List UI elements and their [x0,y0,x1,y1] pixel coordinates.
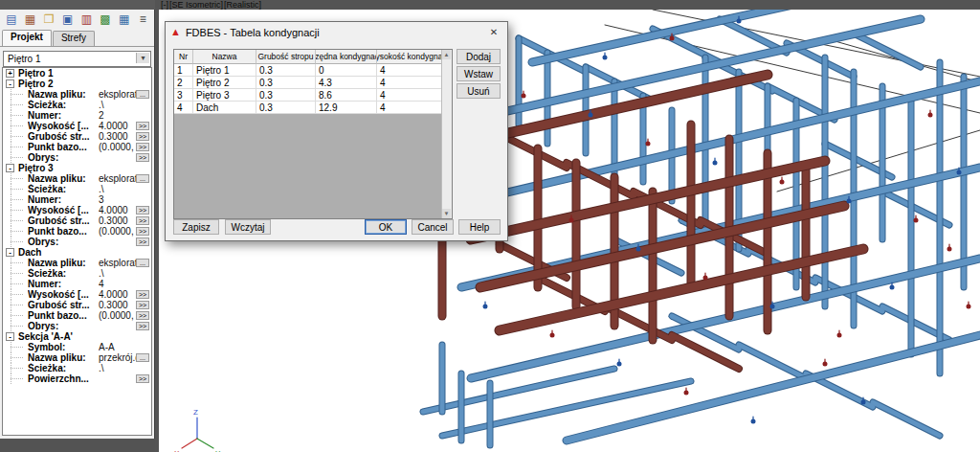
list-icon[interactable]: ≡ [134,11,151,29]
table-row[interactable]: 2Piętro 20.34.34 [174,77,452,89]
tree-group-row[interactable]: +Piętro 1 [3,68,151,79]
valve-marker[interactable] [947,247,952,252]
valve-marker[interactable] [914,218,919,223]
property-value[interactable]: (0.0000, 0.00 [99,226,136,237]
valve-marker[interactable] [751,419,756,424]
expand-button[interactable]: >> [136,374,149,383]
property-value[interactable]: 4.0000 [99,205,136,215]
pipe-segment[interactable] [873,402,940,436]
cancel-button[interactable]: Cancel [412,219,454,235]
expand-button[interactable]: >> [136,311,149,320]
dialog-titlebar[interactable]: ▲ FDBES - Tabela kondygnacji ✕ [166,22,507,42]
expand-button[interactable]: >> [136,153,149,162]
property-value[interactable]: przekrój.d... [99,352,136,363]
pipe-segment[interactable] [500,134,567,168]
pipe-segment[interactable] [442,381,691,436]
valve-marker[interactable] [589,113,593,118]
delete-floor-button[interactable]: Usuń [457,83,501,99]
property-value[interactable]: 4 [99,279,151,289]
expand-button[interactable]: >> [136,290,149,299]
valve-marker[interactable] [837,333,842,338]
valve-marker[interactable] [967,305,971,309]
property-value[interactable]: A-A [99,342,151,352]
browse-button[interactable]: ... [136,353,149,362]
scroll-up-icon[interactable]: ▲ [442,50,451,59]
open-icon[interactable]: ❐ [40,11,57,29]
property-value[interactable]: .\ [99,100,151,110]
property-value[interactable]: (0.0000, 0.00 [99,142,136,152]
valve-marker[interactable] [823,362,828,367]
property-value[interactable]: 0.3000 [99,300,136,310]
floors-icon[interactable]: ▦ [22,11,39,29]
scroll-down-icon[interactable]: ▼ [442,209,451,218]
table-row[interactable]: 1Piętro 10.304 [174,64,452,77]
valve-marker[interactable] [617,362,622,367]
browse-button[interactable]: ... [136,174,149,183]
browse-button[interactable]: ... [136,90,149,99]
floor-combo[interactable]: Piętro 1 ▾ [3,51,151,67]
valve-marker[interactable] [928,113,933,118]
pipe-segment[interactable] [854,34,921,67]
pipe-segment[interactable] [672,335,739,369]
expand-button[interactable]: >> [136,227,149,236]
valve-marker[interactable] [847,199,852,204]
tree-expander-icon[interactable]: - [6,332,14,341]
valve-marker[interactable] [713,161,718,166]
ok-button[interactable]: OK [365,219,407,235]
tree-group-row[interactable]: -Piętro 2 [3,79,151,89]
table-scrollbar[interactable]: ▲ ▼ [441,50,452,218]
valve-marker[interactable] [780,180,785,185]
property-value[interactable]: .\ [99,363,151,373]
property-value[interactable]: 4.0000 [99,121,136,131]
table-row[interactable]: 3Piętro 30.38.64 [174,89,452,102]
ucs-y-axis[interactable] [197,439,213,448]
viewport-view-control[interactable]: [SE Isometric] [169,0,223,10]
add-floor-button[interactable]: Dodaj [457,49,501,64]
tree-expander-icon[interactable]: - [6,79,14,88]
tree-expander-icon[interactable]: - [6,248,14,257]
expand-button[interactable]: >> [136,143,149,151]
expand-button[interactable]: >> [136,322,149,330]
tree-group-row[interactable]: -Sekcja 'A-A' [3,331,151,342]
property-value[interactable]: eksplorat... [99,258,136,268]
insert-floor-button[interactable]: Wstaw [457,66,501,81]
import-icon[interactable]: ▥ [78,11,96,29]
valve-marker[interactable] [603,56,608,60]
save-icon[interactable]: ▣ [59,11,77,29]
tab-projekt[interactable]: Projekt [2,30,52,46]
property-value[interactable]: 0.3000 [99,215,136,226]
table-icon[interactable]: ▦ [116,11,133,29]
load-table-button[interactable]: Wczytaj [225,219,271,235]
valve-marker[interactable] [670,36,675,41]
property-value[interactable]: 2 [99,110,151,121]
valve-marker[interactable] [483,305,488,309]
tree-expander-icon[interactable]: + [6,69,14,78]
tree-group-row[interactable]: -Piętro 3 [3,163,151,173]
new-project-icon[interactable]: ▤ [3,11,20,29]
expand-button[interactable]: >> [136,216,149,225]
expand-button[interactable]: >> [136,122,149,130]
valve-marker[interactable] [861,400,866,405]
property-value[interactable]: eksplorat... [99,173,136,184]
valve-marker[interactable] [737,19,742,24]
valve-marker[interactable] [636,247,641,252]
tree-expander-icon[interactable]: - [6,164,14,172]
close-icon[interactable]: ✕ [480,22,507,42]
viewport-minimize-control[interactable]: [-] [161,0,168,10]
tree-group-row[interactable]: -Dach [3,247,151,258]
expand-button[interactable]: >> [136,132,149,141]
property-value[interactable]: 0.3000 [99,131,136,142]
viewport-visual-style-control[interactable]: [Realistic] [224,0,261,10]
property-value[interactable]: eksplorat... [99,89,136,100]
valve-marker[interactable] [522,94,526,99]
valve-marker[interactable] [703,276,708,281]
ucs-x-axis[interactable] [182,439,197,448]
expand-button[interactable]: >> [136,206,149,215]
valve-marker[interactable] [957,170,962,175]
valve-marker[interactable] [646,142,651,147]
valve-marker[interactable] [569,218,574,223]
property-value[interactable]: .\ [99,268,151,279]
zones-icon[interactable]: ▩ [97,11,114,29]
tab-strefy[interactable]: Strefy [53,31,95,46]
property-value[interactable]: .\ [99,184,151,194]
